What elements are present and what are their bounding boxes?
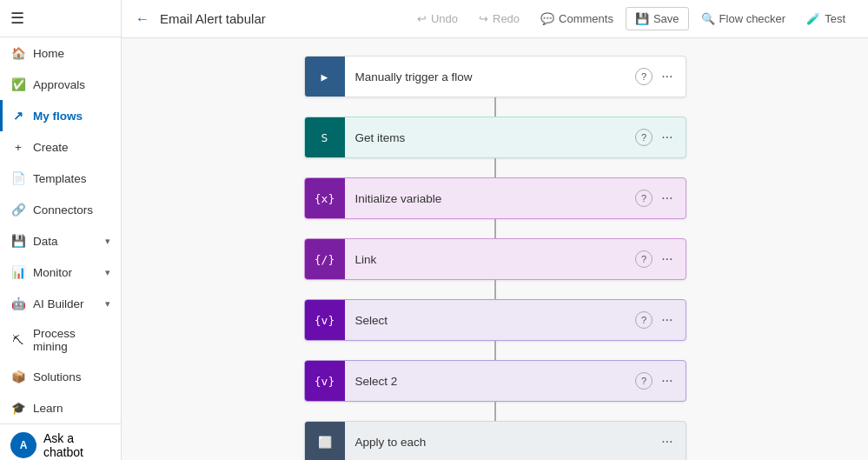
sidebar: ☰ 🏠 Home ✅ Approvals ↗ My flows + Create… — [0, 0, 122, 460]
sidebar-item-approvals[interactable]: ✅ Approvals — [0, 69, 121, 100]
help-icon[interactable]: ? — [635, 190, 653, 207]
sidebar-item-create[interactable]: + Create — [0, 131, 121, 163]
steps-container: ▶ Manually trigger a flow ? ··· S Get it… — [304, 56, 686, 460]
more-options-icon[interactable]: ··· — [658, 128, 676, 147]
select2-step-actions: ? ··· — [635, 371, 685, 390]
trigger-step-actions: ? ··· — [635, 67, 685, 86]
sidebar-label-learn: Learn — [33, 402, 63, 415]
save-topbar-button[interactable]: 💾 Save — [626, 7, 689, 30]
sidebar-label-templates: Templates — [33, 172, 87, 185]
step-card-select2[interactable]: {v} Select 2 ? ··· — [304, 360, 686, 402]
undo-icon: ↩ — [417, 12, 427, 25]
sidebar-item-process-mining[interactable]: ⛏ Process mining — [0, 319, 121, 361]
step-card-select[interactable]: {v} Select ? ··· — [304, 299, 686, 341]
sidebar-top: ☰ — [0, 0, 121, 37]
get-items-step-label: Get items — [345, 131, 636, 144]
step-card-get-items[interactable]: S Get items ? ··· — [304, 117, 686, 158]
more-options-icon[interactable]: ··· — [658, 432, 676, 451]
redo-button[interactable]: ↪ Redo — [470, 8, 528, 30]
chevron-down-icon: ▾ — [105, 267, 110, 278]
back-button[interactable]: ← — [136, 11, 149, 27]
trigger-step-label: Manually trigger a flow — [345, 70, 636, 83]
get-items-step-actions: ? ··· — [635, 128, 685, 147]
sidebar-label-data: Data — [33, 235, 58, 248]
step-card-trigger[interactable]: ▶ Manually trigger a flow ? ··· — [304, 56, 686, 97]
sidebar-label-process-mining: Process mining — [33, 327, 110, 353]
apply-to-each-step-label: Apply to each — [345, 436, 659, 449]
comments-icon: 💬 — [540, 12, 554, 25]
test-button[interactable]: 🧪 Test — [798, 8, 854, 30]
sidebar-nav: 🏠 Home ✅ Approvals ↗ My flows + Create 📄… — [0, 37, 121, 423]
comments-button[interactable]: 💬 Comments — [532, 8, 622, 30]
flow-checker-icon: 🔍 — [701, 12, 715, 25]
connectors-icon: 🔗 — [10, 202, 26, 217]
test-icon: 🧪 — [806, 12, 820, 25]
more-options-icon[interactable]: ··· — [658, 310, 676, 330]
sidebar-label-create: Create — [33, 141, 69, 154]
help-icon[interactable]: ? — [635, 129, 653, 146]
topbar: ← Email Alert tabular ↩ Undo ↪ Redo 💬 Co… — [122, 0, 868, 38]
get-items-step-icon: S — [305, 117, 345, 157]
chevron-down-icon: ▾ — [105, 298, 110, 310]
init-var-step-actions: ? ··· — [635, 189, 685, 208]
connector-line — [494, 280, 496, 299]
learn-icon: 🎓 — [10, 400, 26, 416]
step-card-init-var[interactable]: {x} Initialize variable ? ··· — [304, 177, 686, 219]
sidebar-item-ai-builder[interactable]: 🤖 AI Builder ▾ — [0, 288, 121, 319]
undo-button[interactable]: ↩ Undo — [408, 8, 467, 30]
monitor-icon: 📊 — [10, 264, 26, 280]
sidebar-item-learn[interactable]: 🎓 Learn — [0, 392, 121, 423]
sidebar-item-connectors[interactable]: 🔗 Connectors — [0, 194, 121, 225]
sidebar-label-connectors: Connectors — [33, 203, 93, 217]
select2-step-icon: {v} — [305, 361, 345, 401]
my-flows-icon: ↗ — [10, 108, 26, 123]
apply-to-each-step-icon: ⬜ — [305, 422, 345, 460]
sidebar-item-monitor[interactable]: 📊 Monitor ▾ — [0, 257, 121, 288]
more-options-icon[interactable]: ··· — [658, 250, 676, 269]
more-options-icon[interactable]: ··· — [658, 371, 676, 390]
more-options-icon[interactable]: ··· — [658, 67, 676, 86]
step-card-apply-to-each[interactable]: ⬜ Apply to each ··· — [304, 421, 686, 460]
save-icon: 💾 — [635, 12, 649, 25]
help-icon[interactable]: ? — [635, 250, 653, 268]
process-mining-icon: ⛏ — [10, 332, 26, 348]
step-card-link[interactable]: {/} Link ? ··· — [304, 238, 686, 280]
link-step-actions: ? ··· — [635, 250, 685, 269]
chatbot-item[interactable]: A Ask a chatbot — [0, 423, 121, 460]
more-options-icon[interactable]: ··· — [658, 189, 676, 208]
approvals-icon: ✅ — [10, 77, 26, 92]
home-icon: 🏠 — [10, 45, 26, 61]
sidebar-item-templates[interactable]: 📄 Templates — [0, 163, 121, 194]
data-icon: 💾 — [10, 233, 26, 249]
create-icon: + — [10, 139, 26, 155]
flow-title: Email Alert tabular — [160, 11, 398, 26]
select-step-label: Select — [345, 314, 636, 327]
main-area: ← Email Alert tabular ↩ Undo ↪ Redo 💬 Co… — [122, 0, 868, 460]
connector-line — [494, 158, 496, 177]
sidebar-item-solutions[interactable]: 📦 Solutions — [0, 361, 121, 392]
solutions-icon: 📦 — [10, 369, 26, 384]
link-step-icon: {/} — [305, 239, 345, 279]
sidebar-label-ai-builder: AI Builder — [33, 297, 84, 310]
select-step-icon: {v} — [305, 300, 345, 340]
redo-icon: ↪ — [479, 12, 488, 25]
help-icon[interactable]: ? — [635, 372, 653, 390]
chatbot-label: Ask a chatbot — [43, 431, 110, 459]
sidebar-item-data[interactable]: 💾 Data ▾ — [0, 225, 121, 257]
connector-line — [494, 97, 496, 117]
trigger-step-icon: ▶ — [305, 57, 345, 97]
init-var-step-label: Initialize variable — [345, 192, 636, 205]
sidebar-label-monitor: Monitor — [33, 266, 72, 279]
avatar: A — [10, 432, 36, 458]
flow-checker-button[interactable]: 🔍 Flow checker — [692, 8, 795, 30]
sidebar-label-solutions: Solutions — [33, 370, 82, 383]
sidebar-item-home[interactable]: 🏠 Home — [0, 37, 121, 69]
link-step-label: Link — [345, 253, 636, 266]
select2-step-label: Select 2 — [345, 375, 636, 388]
help-icon[interactable]: ? — [635, 311, 653, 329]
templates-icon: 📄 — [10, 170, 26, 186]
help-icon[interactable]: ? — [635, 68, 653, 85]
sidebar-item-my-flows[interactable]: ↗ My flows — [0, 100, 121, 131]
hamburger-menu-icon[interactable]: ☰ — [10, 10, 24, 27]
sidebar-label-approvals: Approvals — [33, 78, 85, 91]
